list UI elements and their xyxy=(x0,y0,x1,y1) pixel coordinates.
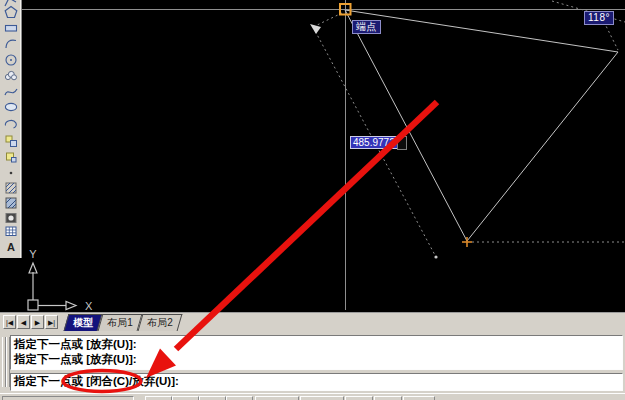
cad-application-window: A xyxy=(0,0,625,400)
tab-nav-first-button[interactable]: |◀ xyxy=(3,315,16,329)
command-history-line: 指定下一点或 [放弃(U)]: xyxy=(14,337,622,352)
command-window: 指定下一点或 [放弃(U)]: 指定下一点或 [放弃(U)]: 指定下一点或 [… xyxy=(0,332,625,393)
hatch-icon[interactable] xyxy=(3,181,19,195)
close-option-text: [闭合(C) xyxy=(86,375,129,387)
dyn-toggle-button[interactable] xyxy=(345,396,373,400)
drawing-canvas[interactable] xyxy=(22,0,625,312)
ortho-toggle-button[interactable] xyxy=(199,396,226,400)
insert-block-icon[interactable] xyxy=(3,134,19,148)
lineweight-toggle-button[interactable] xyxy=(374,396,402,400)
tab-nav-last-button[interactable]: ▶| xyxy=(45,315,58,329)
osnap-toggle-button[interactable] xyxy=(255,396,299,400)
draw-toolbar: A xyxy=(0,0,22,258)
dynamic-input-field[interactable]: 485.9772 xyxy=(350,136,398,149)
dynamic-input-cursor-box xyxy=(397,136,407,150)
gradient-icon[interactable] xyxy=(3,196,19,210)
ellipse-icon[interactable] xyxy=(3,100,19,114)
model-toggle-button[interactable] xyxy=(403,396,435,400)
spline-icon[interactable] xyxy=(3,85,19,99)
coordinates-readout xyxy=(2,396,134,400)
command-history-line: 指定下一点或 [放弃(U)]: xyxy=(14,352,622,367)
polar-toggle-button[interactable] xyxy=(226,396,253,400)
point-icon[interactable] xyxy=(3,165,19,179)
svg-text:A: A xyxy=(7,241,15,253)
region-icon[interactable] xyxy=(3,211,19,225)
osnap-tooltip: 端点 xyxy=(352,20,381,34)
command-history: 指定下一点或 [放弃(U)]: 指定下一点或 [放弃(U)]: xyxy=(10,335,623,370)
grid-toggle-button[interactable] xyxy=(172,396,199,400)
command-input-line[interactable]: 指定下一点或 [闭合(C)/放弃(U)]: xyxy=(10,373,623,391)
ellipse-arc-icon[interactable] xyxy=(3,117,19,131)
revision-cloud-icon[interactable] xyxy=(3,69,19,83)
status-bar xyxy=(0,393,625,400)
rectangle-icon[interactable] xyxy=(3,21,19,35)
angle-tooltip: 118° xyxy=(584,11,614,25)
make-block-icon[interactable] xyxy=(3,150,19,164)
otrack-toggle-button[interactable] xyxy=(300,396,344,400)
circle-icon[interactable] xyxy=(3,53,19,67)
polygon-icon[interactable] xyxy=(3,5,19,19)
layout-tab-bar: |◀ ◀ ▶ ▶| 模型 布局1 布局2 xyxy=(0,312,625,333)
tab-layout1[interactable]: 布局1 xyxy=(98,314,143,331)
tab-nav-next-button[interactable]: ▶ xyxy=(31,315,44,329)
tab-nav-prev-button[interactable]: ◀ xyxy=(17,315,30,329)
arc-icon[interactable] xyxy=(3,36,19,50)
tab-layout2[interactable]: 布局2 xyxy=(138,314,183,331)
snap-toggle-button[interactable] xyxy=(145,396,172,400)
tab-model[interactable]: 模型 xyxy=(64,314,103,331)
multiline-text-icon[interactable]: A xyxy=(3,240,19,254)
table-icon[interactable] xyxy=(3,224,19,238)
